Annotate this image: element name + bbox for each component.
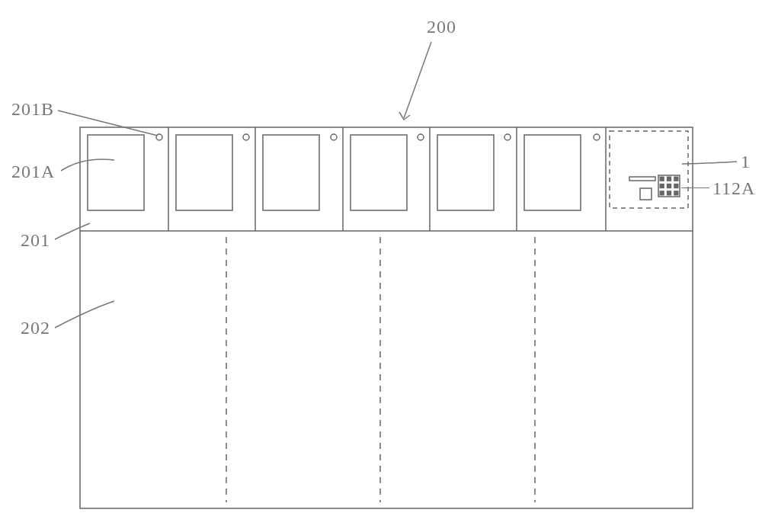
- leader-keypad: [681, 187, 709, 188]
- leader-control-box: [0, 0, 762, 532]
